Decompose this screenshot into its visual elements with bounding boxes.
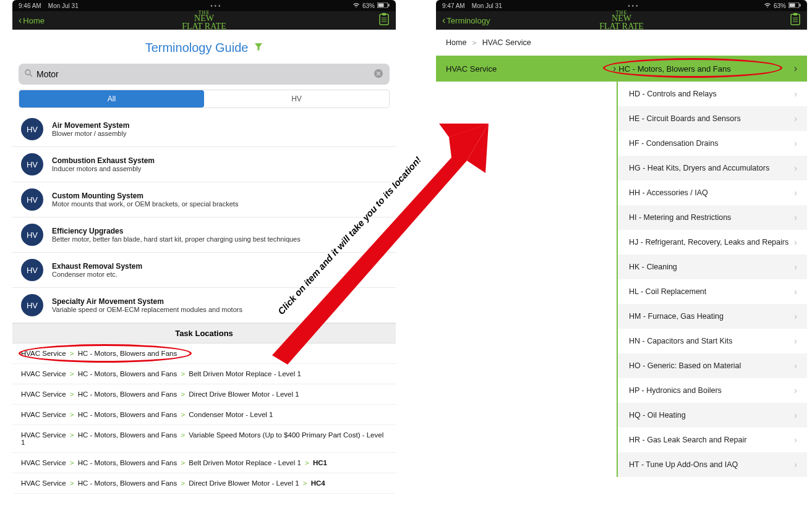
subcategory-item[interactable]: HN - Capacitors and Start Kits› [618, 329, 807, 353]
page-title-row: Terminology Guide [12, 30, 396, 64]
filter-icon[interactable] [254, 43, 263, 54]
search-icon [25, 69, 33, 79]
result-item[interactable]: HVCombustion Exhaust SystemInducer motor… [12, 147, 396, 182]
chevron-right-icon: › [794, 386, 797, 395]
subcategory-item[interactable]: HE - Circuit Boards and Sensors› [618, 106, 807, 131]
chevron-right-icon: > [181, 390, 185, 398]
segment-control: All HV [19, 90, 390, 108]
svg-line-9 [30, 74, 32, 77]
task-location-item[interactable]: HVAC Service > HC - Motors, Blowers and … [12, 453, 396, 473]
subcategory-item[interactable]: HG - Heat Kits, Dryers and Accumulators› [618, 156, 807, 180]
subcategory-label: HM - Furnace, Gas Heating [629, 312, 724, 321]
result-item[interactable]: HVEfficiency UpgradesBetter motor, bette… [12, 217, 396, 253]
subcategory-label: HT - Tune Up Add-Ons and IAQ [629, 460, 738, 469]
result-subtitle: Motor mounts that work, or OEM brackets,… [52, 200, 238, 208]
breadcrumb: Home > HVAC Service [436, 30, 807, 56]
subcategory-label: HR - Gas Leak Search and Repair [629, 436, 746, 444]
result-subtitle: Inducer motors and assembly [52, 165, 155, 172]
breadcrumb-hvac[interactable]: HVAC Service [482, 38, 531, 47]
subcategory-item[interactable]: HJ - Refrigerant, Recovery, Leaks and Re… [618, 230, 807, 255]
task-location-item[interactable]: HVAC Service > HC - Motors, Blowers and … [12, 405, 396, 425]
subcategory-item[interactable]: HK - Cleaning› [618, 255, 807, 279]
subcategory-list: HD - Controls and Relays›HE - Circuit Bo… [617, 82, 807, 477]
result-text: Efficiency UpgradesBetter motor, better … [52, 227, 301, 243]
back-button[interactable]: ‹ Terminology [442, 15, 490, 26]
breadcrumb-home[interactable]: Home [446, 38, 466, 47]
search-field[interactable] [19, 64, 390, 85]
task-location-item[interactable]: HVAC Service > HC - Motors, Blowers and … [12, 344, 396, 364]
chevron-right-icon: › [794, 287, 797, 297]
tab-hv[interactable]: HV [204, 90, 389, 108]
clipboard-icon[interactable] [378, 13, 390, 28]
chevron-left-icon: ‹ [19, 15, 22, 26]
subcategory-item[interactable]: HP - Hydronics and Boilers› [618, 378, 807, 403]
header-bar: ‹ Terminology THE NEW FLAT RATE [436, 11, 807, 30]
tab-all[interactable]: All [19, 90, 204, 108]
subcategory-label: HE - Circuit Boards and Sensors [629, 114, 741, 123]
left-screenshot: 9:46 AM Mon Jul 31 • • • 63% ‹ Home THE … [12, 0, 396, 494]
result-item[interactable]: HVAir Movement SystemBlower motor / asse… [12, 112, 396, 147]
category-header-row[interactable]: HVAC Service › HC - Motors, Blowers and … [436, 56, 807, 82]
chevron-right-icon: > [70, 350, 74, 357]
clipboard-icon[interactable] [790, 13, 801, 28]
subcategory-label: HD - Controls and Relays [629, 90, 717, 98]
chevron-right-icon: › [794, 361, 797, 371]
svg-rect-1 [378, 3, 383, 7]
status-dots: • • • [628, 2, 638, 9]
result-item[interactable]: HVExhaust Removal SystemCondenser motor … [12, 253, 396, 288]
result-title: Air Movement System [52, 121, 129, 130]
chevron-right-icon: › [794, 311, 797, 321]
result-subtitle: Condenser motor etc. [52, 271, 142, 278]
header-bar: ‹ Home THE NEW FLAT RATE [12, 11, 396, 30]
svg-rect-4 [382, 13, 386, 15]
result-subtitle: Blower motor / assembly [52, 130, 129, 137]
result-item[interactable]: HVSpecialty Air Movement SystemVariable … [12, 288, 396, 323]
subcategory-item[interactable]: HH - Accessories / IAQ› [618, 180, 807, 205]
chevron-right-icon: › [794, 114, 797, 124]
search-input[interactable] [36, 69, 374, 79]
battery-icon [788, 2, 801, 9]
svg-rect-2 [388, 4, 390, 6]
app-logo: THE NEW FLAT RATE [599, 11, 644, 30]
task-location-item[interactable]: HVAC Service > HC - Motors, Blowers and … [12, 473, 396, 494]
subcategory-item[interactable]: HL - Coil Replacement› [618, 279, 807, 304]
chevron-right-icon: > [70, 431, 74, 439]
svg-point-8 [25, 70, 30, 75]
result-item[interactable]: HVCustom Mounting SystemMotor mounts tha… [12, 182, 396, 217]
subcategory-item[interactable]: HF - Condensation Drains› [618, 131, 807, 156]
category-badge: HV [21, 153, 43, 175]
result-text: Exhaust Removal SystemCondenser motor et… [52, 262, 142, 278]
subcategory-label: HQ - Oil Heating [629, 411, 686, 420]
subcategory-item[interactable]: HO - Generic: Based on Material› [618, 353, 807, 378]
chevron-right-icon: › [794, 262, 797, 272]
chevron-right-icon: > [70, 370, 74, 377]
chevron-right-icon: › [794, 89, 797, 99]
subcategory-item[interactable]: HM - Furnace, Gas Heating› [618, 304, 807, 329]
subcategory-item[interactable]: HR - Gas Leak Search and Repair› [618, 428, 807, 452]
task-location-item[interactable]: HVAC Service > HC - Motors, Blowers and … [12, 364, 396, 384]
subcategory-item[interactable]: HQ - Oil Heating› [618, 403, 807, 428]
subcategory-item[interactable]: HT - Tune Up Add-Ons and IAQ› [618, 452, 807, 477]
task-location-item[interactable]: HVAC Service > HC - Motors, Blowers and … [12, 425, 396, 453]
task-location-item[interactable]: HVAC Service > HC - Motors, Blowers and … [12, 384, 396, 405]
status-dots: • • • [210, 2, 220, 9]
category-left-label: HVAC Service [446, 64, 613, 74]
result-title: Specialty Air Movement System [52, 297, 242, 306]
chevron-right-icon: › [794, 435, 797, 445]
subcategory-item[interactable]: HD - Controls and Relays› [618, 82, 807, 106]
category-badge: HV [21, 259, 43, 281]
chevron-right-icon: > [181, 459, 185, 466]
subcategory-item[interactable]: HI - Metering and Restrictions› [618, 205, 807, 230]
subcategory-label: HN - Capacitors and Start Kits [629, 337, 732, 345]
back-button[interactable]: ‹ Home [19, 15, 45, 26]
chevron-right-icon: › [794, 460, 797, 470]
clear-search-icon[interactable] [374, 69, 383, 80]
chevron-right-icon: › [794, 188, 797, 198]
result-title: Combustion Exhaust System [52, 156, 155, 165]
subcategory-label: HO - Generic: Based on Material [629, 361, 741, 370]
chevron-right-icon: > [70, 479, 74, 487]
results-list: HVAir Movement SystemBlower motor / asse… [12, 112, 396, 323]
subcategory-label: HK - Cleaning [629, 263, 677, 271]
category-badge: HV [21, 188, 43, 211]
svg-rect-13 [800, 4, 801, 6]
